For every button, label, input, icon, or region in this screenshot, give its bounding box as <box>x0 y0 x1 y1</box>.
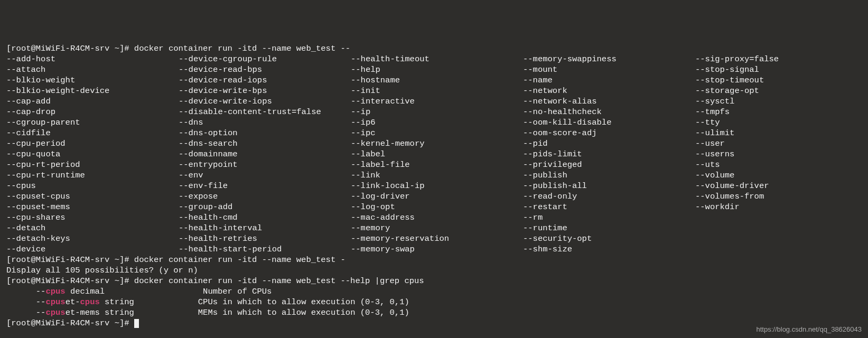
completion-option: --interactive <box>351 96 523 107</box>
completion-option: --ulimit <box>695 128 779 138</box>
completion-option: --dns-option <box>179 128 351 138</box>
completion-option: --device-read-bps <box>179 64 351 75</box>
completion-option: --blkio-weight-device <box>6 86 179 96</box>
prompt-line-4: [root@MiWiFi-R4CM-srv ~]# <box>6 318 139 328</box>
grep-match: cpus <box>45 297 65 307</box>
completion-option: --pid <box>523 138 695 149</box>
completion-option: --health-start-period <box>179 244 351 255</box>
grep-output-line-1: --cpus decimal Number of CPUs <box>6 286 862 297</box>
completion-option: --network-alias <box>523 96 695 107</box>
grep-match: cpus <box>45 308 65 317</box>
help-text: et-mems string MEMs in which to allow ex… <box>66 308 409 317</box>
completion-option: --mac-address <box>351 212 523 223</box>
prompt-line-3: [root@MiWiFi-R4CM-srv ~]# docker contain… <box>6 276 424 286</box>
completion-option: --cgroup-parent <box>6 117 179 128</box>
completion-option: --user <box>695 138 779 149</box>
display-all-prompt: Display all 105 possibilities? (y or n) <box>6 266 198 275</box>
completion-option: --cpu-period <box>6 138 179 149</box>
shell-prompt: [root@MiWiFi-R4CM-srv ~]# <box>6 255 134 265</box>
command-text: docker container run -itd --name web_tes… <box>134 276 424 286</box>
options-column-3: --health-timeout--help--hostname--init--… <box>351 54 523 255</box>
watermark: https://blog.csdn.net/qq_38626043 <box>757 324 862 335</box>
completion-option: --blkio-weight <box>6 75 179 86</box>
options-column-1: --add-host--attach--blkio-weight--blkio-… <box>6 54 179 255</box>
completion-option: --cpu-quota <box>6 149 179 159</box>
prompt-line-1: [root@MiWiFi-R4CM-srv ~]# docker contain… <box>6 44 350 53</box>
options-column-2: --device-cgroup-rule--device-read-bps--d… <box>179 54 351 255</box>
help-text: decimal Number of CPUs <box>66 287 272 296</box>
completion-option: --workdir <box>695 202 779 212</box>
completion-option: --add-host <box>6 54 179 64</box>
completion-option: --cpuset-mems <box>6 202 179 212</box>
completion-option: --read-only <box>523 191 695 202</box>
completion-option: --device-read-iops <box>179 75 351 86</box>
command-text: docker container run -itd --name web_tes… <box>134 255 346 265</box>
completion-option: --runtime <box>523 223 695 233</box>
shell-prompt: [root@MiWiFi-R4CM-srv ~]# <box>6 44 134 53</box>
completion-option: --privileged <box>523 159 695 170</box>
completion-option: --tmpfs <box>695 107 779 117</box>
options-column-4: --memory-swappiness--mount--name--networ… <box>523 54 695 255</box>
terminal-output[interactable]: [root@MiWiFi-R4CM-srv ~]# docker contain… <box>6 43 862 328</box>
completion-option: --name <box>523 75 695 86</box>
completion-option: --userns <box>695 149 779 159</box>
completion-option: --stop-timeout <box>695 75 779 86</box>
completion-option: --dns-search <box>179 138 351 149</box>
completion-option: --ip <box>351 107 523 117</box>
completion-option: --group-add <box>179 202 351 212</box>
completion-option: --mount <box>523 64 695 75</box>
help-text: string CPUs in which to allow execution … <box>100 297 409 307</box>
completion-option: --detach-keys <box>6 233 179 244</box>
completion-option: --health-timeout <box>351 54 523 64</box>
help-text: et- <box>66 297 80 307</box>
completion-option: --help <box>351 64 523 75</box>
completion-option: --disable-content-trust=false <box>179 107 351 117</box>
completion-option: --cpuset-cpus <box>6 191 179 202</box>
completion-option: --volume-driver <box>695 181 779 191</box>
grep-match: cpus <box>80 297 100 307</box>
completion-option: --cpu-rt-period <box>6 159 179 170</box>
completion-option: --restart <box>523 202 695 212</box>
completion-option: --link <box>351 170 523 181</box>
completion-option: --volume <box>695 170 779 181</box>
completion-option: --security-opt <box>523 233 695 244</box>
completion-option: --network <box>523 86 695 96</box>
completion-option: --cidfile <box>6 128 179 138</box>
completion-option: --log-opt <box>351 202 523 212</box>
completion-option: --attach <box>6 64 179 75</box>
completion-option: --tty <box>695 117 779 128</box>
shell-prompt: [root@MiWiFi-R4CM-srv ~]# <box>6 318 134 328</box>
completion-option: --sig-proxy=false <box>695 54 779 64</box>
help-text: -- <box>6 287 45 296</box>
completion-option: --label-file <box>351 159 523 170</box>
completion-option: --uts <box>695 159 779 170</box>
completion-option: --memory <box>351 223 523 233</box>
cursor <box>134 319 139 328</box>
grep-output-line-3: --cpuset-mems string MEMs in which to al… <box>6 307 862 318</box>
completion-option: --log-driver <box>351 191 523 202</box>
completion-option: --hostname <box>351 75 523 86</box>
completion-option: --ipc <box>351 128 523 138</box>
completion-options: --add-host--attach--blkio-weight--blkio-… <box>6 54 862 255</box>
completion-option: --cap-add <box>6 96 179 107</box>
completion-option: --domainname <box>179 149 351 159</box>
completion-option: --device-cgroup-rule <box>179 54 351 64</box>
completion-option: --health-retries <box>179 233 351 244</box>
completion-option: --sysctl <box>695 96 779 107</box>
completion-option: --memory-swappiness <box>523 54 695 64</box>
completion-option: --device <box>6 244 179 255</box>
completion-option: --init <box>351 86 523 96</box>
completion-option: --shm-size <box>523 244 695 255</box>
completion-option: --device-write-bps <box>179 86 351 96</box>
completion-option: --volumes-from <box>695 191 779 202</box>
completion-option: --detach <box>6 223 179 233</box>
completion-option: --health-cmd <box>179 212 351 223</box>
completion-option: --expose <box>179 191 351 202</box>
completion-option: --link-local-ip <box>351 181 523 191</box>
completion-option: --oom-kill-disable <box>523 117 695 128</box>
completion-option: --publish-all <box>523 181 695 191</box>
completion-option: --label <box>351 149 523 159</box>
completion-option: --publish <box>523 170 695 181</box>
completion-option: --kernel-memory <box>351 138 523 149</box>
completion-option: --no-healthcheck <box>523 107 695 117</box>
